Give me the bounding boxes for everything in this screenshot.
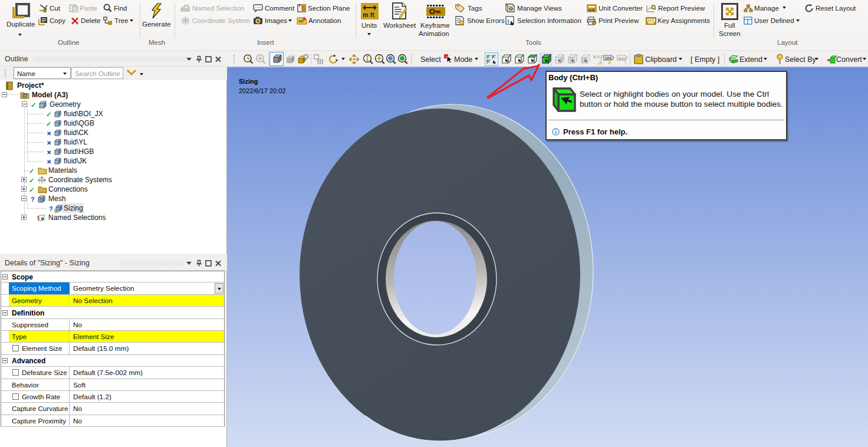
svg-text:m ft: m ft [588,8,594,12]
svg-text:i: i [507,18,509,24]
svg-text:Abc: Abc [618,56,626,61]
svg-text:m ft: m ft [363,11,375,18]
svg-text:100: 100 [604,56,611,60]
